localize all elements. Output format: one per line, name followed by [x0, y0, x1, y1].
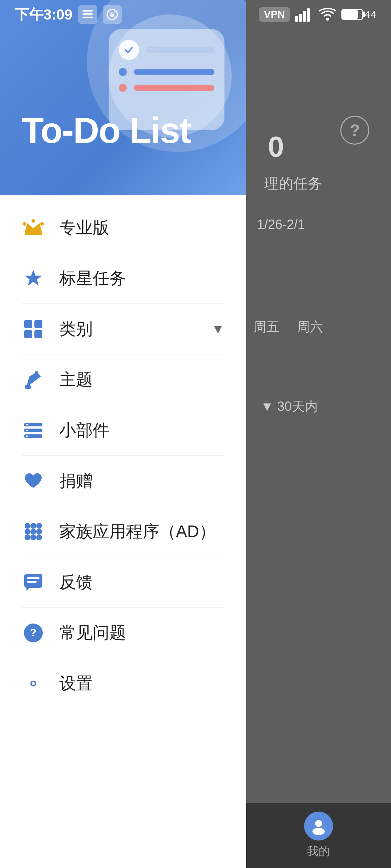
menu-label-family: 家族应用程序（AD）: [59, 520, 224, 543]
svg-rect-5: [295, 16, 298, 22]
svg-rect-18: [24, 330, 32, 338]
svg-point-13: [40, 222, 44, 226]
help-icon[interactable]: ?: [340, 116, 369, 145]
svg-rect-8: [307, 8, 310, 22]
menu-item-pro[interactable]: 专业版: [0, 203, 246, 253]
todo-line-1: [146, 47, 214, 53]
widget-icon: [22, 419, 45, 442]
svg-rect-19: [34, 330, 42, 338]
svg-rect-7: [303, 11, 306, 22]
svg-point-30: [36, 523, 42, 529]
bg-task-label: 理的任务: [264, 174, 322, 193]
svg-point-21: [35, 371, 38, 375]
drawer-header: To-Do List: [0, 0, 246, 195]
todo-row-2: [119, 68, 214, 76]
paint-icon: [22, 368, 45, 391]
todo-row-1: [119, 40, 214, 60]
wifi-icon: [319, 7, 336, 22]
faq-icon: ?: [22, 621, 45, 644]
svg-rect-27: [26, 435, 28, 437]
svg-point-14: [31, 219, 35, 223]
status-time-area: 下午3:09 至: [14, 5, 122, 25]
menu-item-family[interactable]: 家族应用程序（AD）: [0, 506, 246, 557]
svg-rect-2: [83, 17, 93, 18]
apps-icon: [22, 520, 45, 543]
svg-rect-6: [299, 14, 302, 22]
status-time: 下午3:09: [14, 5, 72, 25]
menu-item-faq[interactable]: ? 常见问题: [0, 608, 246, 658]
feedback-icon: [22, 571, 45, 594]
todo-row-3: [119, 84, 214, 92]
menu-label-feedback: 反馈: [59, 571, 224, 593]
bg-date-range: 1/26-2/1: [257, 217, 305, 232]
bg-days-text: 30天内: [277, 399, 318, 414]
menu-item-widget[interactable]: 小部件: [0, 405, 246, 456]
menu-item-category[interactable]: 类别 ▼: [0, 304, 246, 354]
status-icon-list: [78, 5, 97, 24]
todo-dot-2: [119, 68, 127, 76]
battery-level: 44: [365, 8, 377, 21]
svg-rect-25: [26, 424, 28, 425]
todo-dot-3: [119, 84, 127, 92]
bg-days-label: ▼ 30天内: [261, 398, 318, 416]
todo-check-icon: [119, 40, 139, 60]
svg-rect-0: [83, 10, 93, 12]
svg-point-32: [30, 529, 36, 535]
status-bar: 下午3:09 至 VPN: [0, 0, 391, 29]
menu-label-theme: 主题: [59, 369, 224, 391]
signal-icon: [295, 7, 314, 22]
svg-point-12: [23, 222, 26, 226]
svg-rect-17: [34, 320, 42, 328]
menu-label-widget: 小部件: [59, 419, 224, 442]
svg-text:?: ?: [30, 626, 37, 638]
battery-indicator: 44: [341, 8, 377, 21]
menu-label-starred: 标星任务: [59, 267, 224, 290]
svg-point-35: [30, 535, 36, 540]
svg-point-36: [36, 535, 42, 540]
status-icon-app: 至: [103, 5, 122, 24]
bg-weekday-fri: 周五: [253, 318, 279, 336]
svg-point-28: [25, 523, 30, 529]
menu-label-category: 类别: [59, 318, 197, 340]
star-icon: [22, 267, 45, 290]
settings-icon: [22, 672, 45, 695]
bottom-navigation: 我的: [246, 803, 391, 868]
app-title: To-Do List: [22, 112, 191, 148]
drawer-menu: 专业版 标星任务 类别 ▼: [0, 195, 246, 868]
svg-point-9: [326, 18, 329, 21]
drawer-panel: To-Do List 专业版 标星任务: [0, 0, 246, 868]
svg-text:至: 至: [110, 12, 115, 18]
svg-rect-39: [27, 581, 37, 583]
todo-line-2: [134, 69, 214, 75]
bottom-nav-label: 我的: [307, 843, 330, 859]
todo-line-3: [134, 85, 214, 91]
svg-rect-16: [24, 320, 32, 328]
menu-label-pro: 专业版: [59, 217, 224, 239]
chevron-down-icon: ▼: [211, 322, 224, 337]
svg-rect-26: [26, 430, 28, 431]
vpn-badge: VPN: [259, 7, 290, 22]
profile-icon[interactable]: [304, 812, 333, 841]
menu-label-settings: 设置: [59, 672, 224, 695]
status-right-icons: VPN 44: [259, 7, 377, 22]
svg-point-31: [25, 529, 30, 535]
bg-weekday-sat: 周六: [297, 318, 323, 336]
svg-point-29: [30, 523, 36, 529]
svg-point-55: [32, 682, 35, 685]
svg-rect-1: [83, 13, 93, 15]
svg-point-34: [25, 535, 30, 540]
svg-rect-20: [25, 385, 31, 389]
menu-item-donate[interactable]: 捐赠: [0, 456, 246, 506]
menu-label-faq: 常见问题: [59, 622, 224, 644]
svg-rect-38: [27, 577, 39, 579]
heart-icon: [22, 469, 45, 493]
svg-point-57: [312, 828, 325, 835]
menu-item-starred[interactable]: 标星任务: [0, 253, 246, 304]
svg-marker-10: [25, 223, 42, 233]
menu-item-theme[interactable]: 主题: [0, 354, 246, 405]
menu-label-donate: 捐赠: [59, 470, 224, 492]
crown-icon: [22, 216, 45, 239]
svg-point-56: [315, 820, 322, 827]
menu-item-feedback[interactable]: 反馈: [0, 557, 246, 608]
menu-item-settings[interactable]: 设置: [0, 658, 246, 709]
